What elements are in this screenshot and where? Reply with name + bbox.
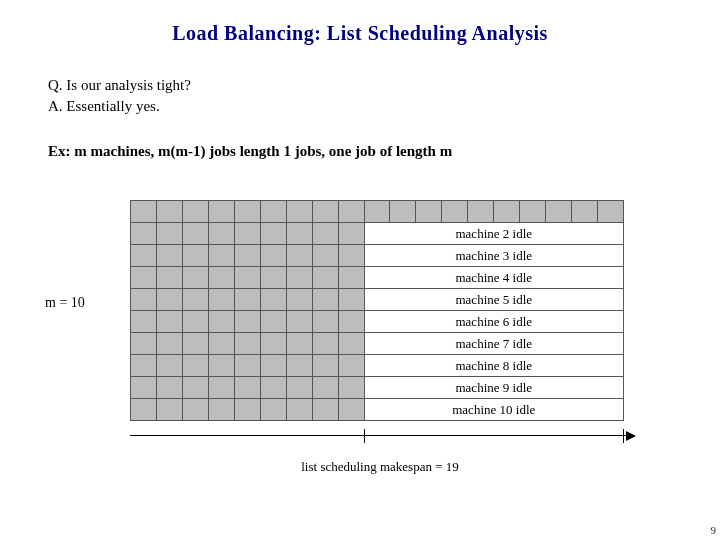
job-cell [339, 267, 365, 289]
job-cell [209, 377, 235, 399]
job-cell [287, 289, 313, 311]
job-cell [261, 267, 287, 289]
job-cell [287, 377, 313, 399]
a-label: A. [48, 98, 63, 114]
job-cell [442, 201, 468, 223]
job-cell [209, 223, 235, 245]
job-cell [261, 377, 287, 399]
job-cell [183, 267, 209, 289]
job-cell [287, 267, 313, 289]
job-cell [313, 201, 339, 223]
job-cell [209, 333, 235, 355]
job-cell [261, 289, 287, 311]
job-cell [339, 333, 365, 355]
job-cell [313, 223, 339, 245]
job-cell [261, 223, 287, 245]
schedule-grid: machine 2 idlemachine 3 idlemachine 4 id… [130, 200, 624, 421]
job-cell [313, 355, 339, 377]
idle-cell: machine 8 idle [365, 355, 624, 377]
job-cell [157, 311, 183, 333]
job-cell [287, 201, 313, 223]
job-cell [235, 289, 261, 311]
job-cell [313, 399, 339, 421]
job-cell [494, 201, 520, 223]
job-cell [261, 399, 287, 421]
job-cell [209, 311, 235, 333]
job-cell [131, 223, 157, 245]
job-cell [131, 333, 157, 355]
job-cell [209, 245, 235, 267]
job-cell [287, 245, 313, 267]
slide-body: Q. Is our analysis tight? A. Essentially… [0, 45, 720, 160]
job-cell [235, 245, 261, 267]
job-cell [313, 311, 339, 333]
job-cell [209, 399, 235, 421]
job-cell [235, 311, 261, 333]
job-cell [131, 377, 157, 399]
job-cell [157, 267, 183, 289]
job-cell [183, 245, 209, 267]
job-cell [209, 201, 235, 223]
job-cell [157, 201, 183, 223]
idle-cell: machine 4 idle [365, 267, 624, 289]
job-cell [157, 399, 183, 421]
idle-cell: machine 10 idle [365, 399, 624, 421]
job-cell [209, 355, 235, 377]
job-cell [235, 201, 261, 223]
idle-cell: machine 6 idle [365, 311, 624, 333]
job-cell [339, 399, 365, 421]
schedule-diagram: m = 10 machine 2 idlemachine 3 idlemachi… [130, 200, 630, 475]
q-label: Q. [48, 77, 63, 93]
slide-title: Load Balancing: List Scheduling Analysis [0, 0, 720, 45]
axis-arrow-icon [626, 431, 636, 441]
answer-line: A. Essentially yes. [48, 98, 672, 115]
a-text: Essentially yes. [66, 98, 159, 114]
job-cell [131, 245, 157, 267]
job-cell [131, 289, 157, 311]
job-cell [287, 333, 313, 355]
idle-cell: machine 3 idle [365, 245, 624, 267]
job-cell [261, 333, 287, 355]
job-cell [157, 377, 183, 399]
page-number: 9 [711, 524, 717, 536]
job-cell [339, 223, 365, 245]
job-cell [287, 399, 313, 421]
question-line: Q. Is our analysis tight? [48, 77, 672, 94]
job-cell [235, 399, 261, 421]
job-cell [572, 201, 598, 223]
job-cell [546, 201, 572, 223]
job-cell [468, 201, 494, 223]
job-cell [313, 377, 339, 399]
job-cell [157, 245, 183, 267]
job-cell [313, 245, 339, 267]
job-cell [365, 201, 391, 223]
job-cell [287, 311, 313, 333]
job-cell [313, 333, 339, 355]
job-cell [339, 201, 365, 223]
job-cell [520, 201, 546, 223]
job-cell [209, 267, 235, 289]
job-cell [339, 355, 365, 377]
idle-cell: machine 5 idle [365, 289, 624, 311]
idle-cell: machine 7 idle [365, 333, 624, 355]
job-cell [339, 377, 365, 399]
job-cell [131, 399, 157, 421]
job-cell [416, 201, 442, 223]
idle-cell: machine 2 idle [365, 223, 624, 245]
job-cell [209, 289, 235, 311]
job-cell [183, 201, 209, 223]
job-cell [235, 333, 261, 355]
job-cell [261, 201, 287, 223]
job-cell [598, 201, 624, 223]
example-line: Ex: m machines, m(m-1) jobs length 1 job… [48, 143, 672, 160]
job-cell [235, 223, 261, 245]
job-cell [183, 289, 209, 311]
axis-line [130, 435, 628, 436]
diagram-caption: list scheduling makespan = 19 [130, 459, 630, 475]
job-cell [131, 355, 157, 377]
job-cell [157, 333, 183, 355]
job-cell [157, 289, 183, 311]
job-cell [339, 311, 365, 333]
job-cell [339, 245, 365, 267]
job-cell [183, 377, 209, 399]
